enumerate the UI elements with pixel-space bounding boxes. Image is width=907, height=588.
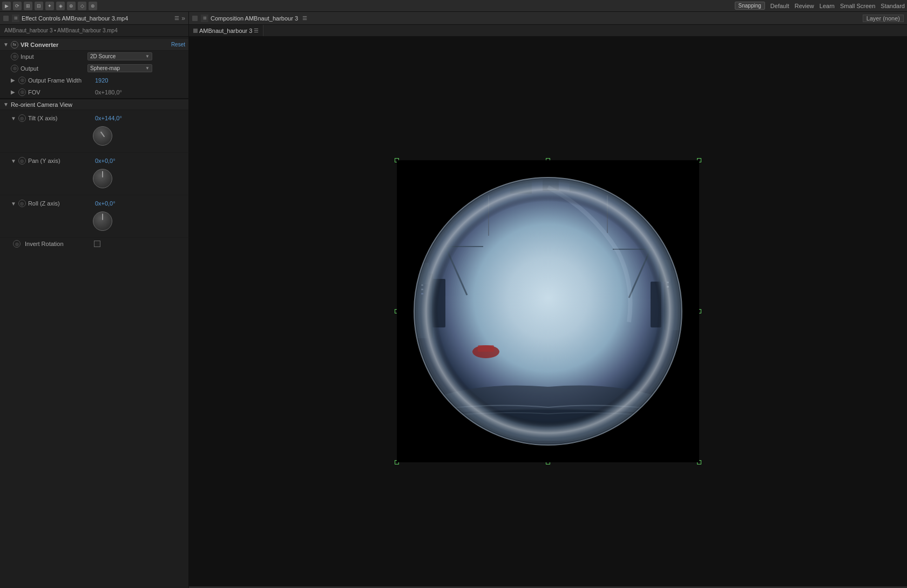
app-icon-4[interactable]: ⊟ [35, 2, 43, 10]
output-frame-width-label: Output Frame Width [28, 77, 93, 84]
app-icons: ▶ ⟳ ⊞ ⊟ ✦ ◈ ⊕ ◇ ⊗ [2, 2, 97, 10]
fov-row: ▶ ◎ FOV 0x+180,0° [0, 86, 188, 98]
fov-label: FOV [28, 89, 93, 95]
comp-panel-tab-icon: ⊞ [201, 15, 208, 22]
vr-converter-reset[interactable]: Reset [171, 42, 185, 47]
roll-row: ▼ ◎ Roll (Z axis) 0x+0,0° [0, 197, 188, 209]
roll-label: Roll (Z axis) [28, 200, 93, 207]
comp-tab-label: AMBnaut_harbour 3 [199, 28, 252, 34]
app-icon-7[interactable]: ⊕ [67, 2, 76, 10]
frame-width-expand[interactable]: ▶ [11, 77, 15, 83]
tilt-knob[interactable] [93, 126, 112, 146]
tilt-row: ▼ ◎ Tilt (X axis) 0x+144,0° [0, 112, 188, 124]
pan-label: Pan (Y axis) [28, 158, 93, 164]
reorient-section-header: ▼ Re-orient Camera View [0, 98, 188, 110]
reorient-collapse[interactable]: ▼ [3, 101, 9, 107]
pan-group: ▼ ◎ Pan (Y axis) 0x+0,0° [0, 153, 188, 195]
panel-close-btn[interactable] [3, 16, 9, 21]
fov-keyframe-icon: ◎ [18, 88, 26, 96]
app-icon-8[interactable]: ◇ [78, 2, 86, 10]
tilt-collapse[interactable]: ▼ [11, 115, 16, 121]
output-value: Sphere-map [90, 65, 120, 71]
roll-value[interactable]: 0x+0,0° [95, 200, 116, 207]
composition-viewport[interactable] [189, 37, 907, 586]
roll-keyframe-icon: ◎ [18, 200, 26, 207]
output-keyframe-icon: ◎ [11, 65, 18, 72]
invert-rotation-row: ◎ Invert Rotation [0, 238, 188, 250]
svg-point-27 [414, 177, 682, 445]
layer-none-display: Layer (none) [863, 15, 904, 22]
frame-width-keyframe-icon: ◎ [18, 77, 26, 84]
comp-tab-ambnaut[interactable]: AMBnaut_harbour 3 ☰ [189, 25, 263, 36]
nav-workspace-learn[interactable]: Learn [820, 3, 835, 9]
nav-workspace-default[interactable]: Default [770, 3, 789, 9]
vr-converter-label: VR Converter [21, 42, 58, 48]
roll-collapse[interactable]: ▼ [11, 201, 16, 207]
input-keyframe-icon: ◎ [11, 53, 18, 60]
input-value: 2D Source [90, 53, 116, 59]
vr-converter-icon: fx [11, 41, 18, 49]
input-row: ◎ Input 2D Source ▼ [0, 51, 188, 63]
tilt-knob-container [0, 124, 188, 150]
invert-keyframe-icon: ◎ [13, 240, 21, 248]
pan-value[interactable]: 0x+0,0° [95, 158, 116, 164]
input-dropdown[interactable]: 2D Source ▼ [87, 52, 152, 60]
app-icon-3[interactable]: ⊞ [24, 2, 32, 10]
comp-panel-title: Composition AMBnaut_harbour 3 [211, 15, 298, 22]
fov-expand[interactable]: ▶ [11, 89, 15, 95]
effect-controls-panel-title: Effect Controls AMBnaut_harbour 3.mp4 [22, 15, 128, 22]
comp-canvas [397, 160, 699, 462]
nav-workspace-standard[interactable]: Standard [881, 3, 905, 9]
fisheye-sphere-image [397, 160, 699, 462]
menu-bar: ▶ ⟳ ⊞ ⊟ ✦ ◈ ⊕ ◇ ⊗ Snapping Default Revie… [0, 0, 907, 12]
comp-panel-close-btn[interactable] [192, 16, 198, 21]
app-icon-6[interactable]: ◈ [56, 2, 65, 10]
vr-converter-collapse[interactable]: ▼ [3, 42, 9, 47]
output-dropdown-arrow: ▼ [145, 66, 150, 71]
nav-workspace-review[interactable]: Review [795, 3, 814, 9]
fov-value: 0x+180,0° [95, 89, 122, 95]
pan-row: ▼ ◎ Pan (Y axis) 0x+0,0° [0, 155, 188, 167]
nav-workspace-small[interactable]: Small Screen [840, 3, 875, 9]
composition-panel: 50% ▼ (Half) ▼ ⊡ ⊟ ⊞ ⊠ ⊗ 🎨 ↺ +0,0 📷 ◉ 0;… [189, 37, 907, 588]
app-icon-5[interactable]: ✦ [45, 2, 54, 10]
roll-group: ▼ ◎ Roll (Z axis) 0x+0,0° [0, 195, 188, 238]
pan-knob[interactable] [93, 169, 112, 188]
effect-controls-panel: ▼ fx VR Converter Reset ◎ Input 2D Sourc… [0, 37, 189, 588]
output-dropdown[interactable]: Sphere-map ▼ [87, 64, 152, 72]
input-dropdown-arrow: ▼ [145, 54, 150, 59]
comp-tab-dot [193, 29, 198, 33]
output-frame-width-value[interactable]: 1920 [95, 77, 108, 84]
comp-panel-menu[interactable]: ☰ [302, 15, 307, 21]
tilt-value[interactable]: 0x+144,0° [95, 115, 122, 121]
viewport-toolbar: 50% ▼ (Half) ▼ ⊡ ⊟ ⊞ ⊠ ⊗ 🎨 ↺ +0,0 📷 ◉ 0;… [189, 586, 907, 588]
tilt-label: Tilt (X axis) [28, 115, 93, 121]
effect-breadcrumb: AMBnaut_harbour 3 • AMBnaut_harbour 3.mp… [4, 28, 118, 33]
output-frame-width-row: ▶ ◎ Output Frame Width 1920 [0, 74, 188, 86]
panel-menu-icon[interactable]: ☰ [174, 15, 179, 21]
panel-tab-icon: ⊞ [12, 15, 19, 22]
app-icon-1[interactable]: ▶ [2, 2, 11, 10]
output-row: ◎ Output Sphere-map ▼ [0, 63, 188, 74]
pan-collapse[interactable]: ▼ [11, 158, 16, 164]
tilt-group: ▼ ◎ Tilt (X axis) 0x+144,0° [0, 110, 188, 153]
pan-keyframe-icon: ◎ [18, 157, 26, 165]
roll-knob-container [0, 209, 188, 235]
tilt-keyframe-icon: ◎ [18, 114, 26, 122]
panel-expand-icon[interactable]: » [181, 15, 185, 22]
invert-label: Invert Rotation [25, 241, 90, 247]
pan-knob-container [0, 167, 188, 193]
app-icon-2[interactable]: ⟳ [13, 2, 22, 10]
vr-converter-header: ▼ fx VR Converter Reset [0, 39, 188, 51]
comp-tab-menu[interactable]: ☰ [254, 28, 259, 33]
roll-knob[interactable] [93, 211, 112, 231]
reorient-label: Re-orient Camera View [11, 101, 72, 108]
invert-checkbox[interactable] [94, 241, 100, 247]
output-label: Output [21, 65, 85, 72]
app-icon-9[interactable]: ⊗ [89, 2, 97, 10]
fisheye-svg [402, 166, 694, 457]
snapping-button[interactable]: Snapping [735, 2, 765, 10]
effects-list: ▼ fx VR Converter Reset ◎ Input 2D Sourc… [0, 37, 188, 588]
input-label: Input [21, 53, 85, 60]
